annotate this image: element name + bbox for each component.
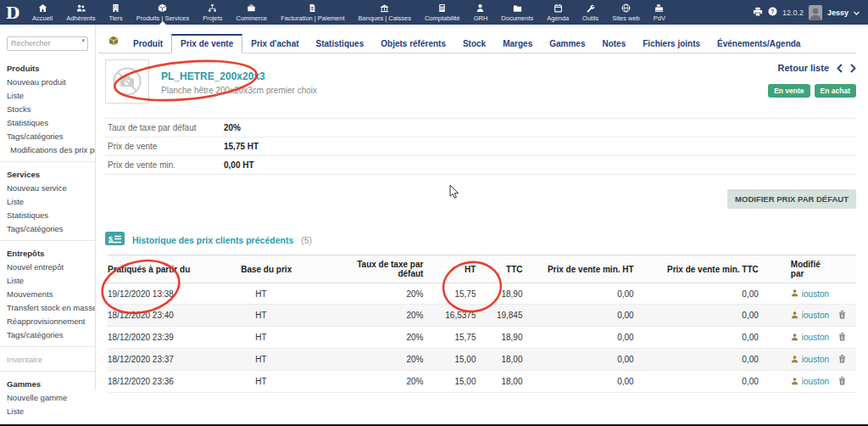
topbar-item-tiers[interactable]: Tiers <box>102 0 129 25</box>
next-icon[interactable] <box>850 64 856 73</box>
tab-gammes[interactable]: Gammes <box>541 35 593 53</box>
cell-base: HT <box>241 371 355 393</box>
cell-date: 18/12/2020 23:39 <box>108 327 241 349</box>
topbar-item-adherents[interactable]: Adhérents <box>59 0 102 25</box>
avatar[interactable] <box>809 5 822 20</box>
cell-tax: 20% <box>355 327 423 349</box>
sidebar-item-statistiques[interactable]: Statistiques <box>0 116 95 130</box>
table-row: 19/12/2020 13:38HT20%15,7518,900,000,00i… <box>108 283 856 305</box>
sidebar-item-liste[interactable]: Liste <box>0 89 95 103</box>
tab-evenements-agenda[interactable]: Événements/Agenda <box>709 35 809 53</box>
field-row-prix-de-vente-min: Prix de vente min.0,00 HT <box>105 156 856 175</box>
column-header-ht: HT <box>423 255 476 283</box>
topbar-item-facturation-paiement[interactable]: Facturation | Paiement <box>274 0 351 25</box>
column-header-actions <box>829 255 856 283</box>
topbar-item-projets[interactable]: Projets <box>196 0 229 25</box>
tab-statistiques[interactable]: Statistiques <box>308 35 373 53</box>
sidebar-item-nouvelle-gamme[interactable]: Nouvelle gamme <box>0 391 95 405</box>
tab-objets-referents[interactable]: Objets référents <box>372 35 454 53</box>
user-link[interactable]: iouston <box>802 377 829 386</box>
product-ref-link[interactable]: PL_HETRE_200x20x3 <box>161 70 317 82</box>
sidebar-item-mouvements[interactable]: Mouvements <box>0 288 95 301</box>
sidebar-section-gammes[interactable]: Gammes <box>0 375 95 391</box>
trash-icon[interactable] <box>838 356 846 365</box>
top-menu-bar: D AccueilAdhérentsTiersProduits | Servic… <box>0 0 868 25</box>
sidebar-item-tags-categories[interactable]: Tags/catégories <box>0 328 95 342</box>
topbar-item-commerce[interactable]: Commerce <box>230 0 275 25</box>
tab-prix-d-achat[interactable]: Prix d'achat <box>242 35 307 53</box>
user-menu[interactable]: Jessy <box>827 8 849 17</box>
search-input[interactable] <box>7 36 88 51</box>
topbar-item-documents[interactable]: Documents <box>494 0 540 25</box>
product-banner: PL_HETRE_200x20x3 Planche hêtre 200x20x3… <box>105 59 856 104</box>
topbar-item-outils[interactable]: Outils <box>576 0 605 25</box>
topbar-item-comptabilite[interactable]: Comptabilité <box>418 0 467 25</box>
cell-ttc: 18,90 <box>476 283 522 305</box>
sidebar-item-modifications-des-prix-pro[interactable]: Modifications des prix pro.. <box>0 143 95 157</box>
cell-tax: 20% <box>355 305 423 327</box>
help-icon[interactable]: ? <box>768 7 777 18</box>
sidebar-item-reapprovisionnement[interactable]: Réapprovisionnement <box>0 315 95 328</box>
trash-icon[interactable] <box>838 311 846 321</box>
print-icon[interactable] <box>753 7 763 19</box>
cell-ttc: 18,00 <box>476 349 522 371</box>
user-icon <box>791 333 798 343</box>
sidebar-item-liste[interactable]: Liste <box>0 195 95 209</box>
product-photo-placeholder <box>105 59 149 104</box>
column-header-prix-de-vente-min-ht: Prix de vente min. HT <box>523 255 634 283</box>
topbar-item-sites-web[interactable]: Sites web <box>605 0 647 25</box>
cell-minttc: 0,00 <box>634 283 759 305</box>
tab-produit[interactable]: Produit <box>125 35 171 53</box>
sidebar-item-statistiques[interactable]: Statistiques <box>0 209 95 222</box>
sidebar-divider <box>0 161 95 162</box>
sidebar-section-entrepots[interactable]: Entrepôts <box>0 244 95 261</box>
user-link[interactable]: iouston <box>802 355 829 364</box>
topbar-item-agenda[interactable]: Agenda <box>540 0 576 25</box>
sidebar-section-produits[interactable]: Produits <box>0 59 95 76</box>
trash-icon[interactable] <box>838 378 846 387</box>
user-link[interactable]: iouston <box>802 333 829 342</box>
sidebar-section-services[interactable]: Services <box>0 165 95 182</box>
trash-icon[interactable] <box>838 334 846 343</box>
topbar-item-grh[interactable]: GRH <box>467 0 495 25</box>
cell-minht: 0,00 <box>523 305 634 327</box>
sidebar-item-liste[interactable]: Liste <box>0 405 95 418</box>
cell-base: HT <box>241 327 355 349</box>
search-caret-icon[interactable]: ▾ <box>81 37 85 44</box>
sidebar-item-stocks[interactable]: Stocks <box>0 103 95 116</box>
cell-ttc: 18,90 <box>476 327 522 349</box>
user-link[interactable]: iouston <box>802 289 829 299</box>
sidebar-item-tags-categories[interactable]: Tags/catégories <box>0 222 95 236</box>
tab-notes[interactable]: Notes <box>593 35 634 53</box>
topbar-item-banques-caisses[interactable]: Banques | Caisses <box>352 0 418 25</box>
previous-icon[interactable] <box>837 64 843 73</box>
cell-base: HT <box>241 305 355 327</box>
history-section-title: Historique des prix clients précédents <box>132 235 293 245</box>
tab-prix-de-vente[interactable]: Prix de vente <box>171 34 242 53</box>
dolibarr-logo[interactable]: D <box>0 0 25 25</box>
cell-actions <box>829 349 856 371</box>
sidebar-item-nouvel-entrepot[interactable]: Nouvel entrepôt <box>0 261 95 274</box>
topbar-item-accueil[interactable]: Accueil <box>25 0 59 25</box>
sidebar-item-nouveau-service[interactable]: Nouveau service <box>0 182 95 195</box>
tab-marges[interactable]: Marges <box>494 35 541 53</box>
modify-default-price-button[interactable]: MODIFIER PRIX PAR DÉFAUT <box>727 189 856 209</box>
cell-tax: 20% <box>355 371 423 393</box>
left-sidebar: ▾ ProduitsNouveau produitListeStocksStat… <box>0 25 96 390</box>
product-description: Planche hêtre 200x20x3cm premier choix <box>161 86 317 95</box>
back-to-list-link[interactable]: Retour liste <box>777 63 829 73</box>
sidebar-item-nouveau-produit[interactable]: Nouveau produit <box>0 76 95 89</box>
tab-stock[interactable]: Stock <box>454 35 494 53</box>
user-link[interactable]: iouston <box>802 311 829 320</box>
sidebar-item-liste[interactable]: Liste <box>0 274 95 288</box>
sidebar-item-transfert-stock-en-masse[interactable]: Transfert stock en masse <box>0 301 95 315</box>
topbar-menu: AccueilAdhérentsTiersProduits | Services… <box>25 0 672 25</box>
price-history-table: Pratiqués à partir duBase du prixTaux de… <box>108 255 856 393</box>
cell-date: 19/12/2020 13:38 <box>108 283 241 305</box>
sidebar-item-tags-categories[interactable]: Tags/catégories <box>0 130 95 143</box>
topbar-item-produits-services[interactable]: Produits | Services <box>130 0 196 25</box>
sidebar-divider <box>0 346 95 347</box>
cell-actions <box>829 305 856 327</box>
topbar-item-pdv[interactable]: PdV <box>647 0 672 25</box>
tab-fichiers-joints[interactable]: Fichiers joints <box>634 35 709 53</box>
